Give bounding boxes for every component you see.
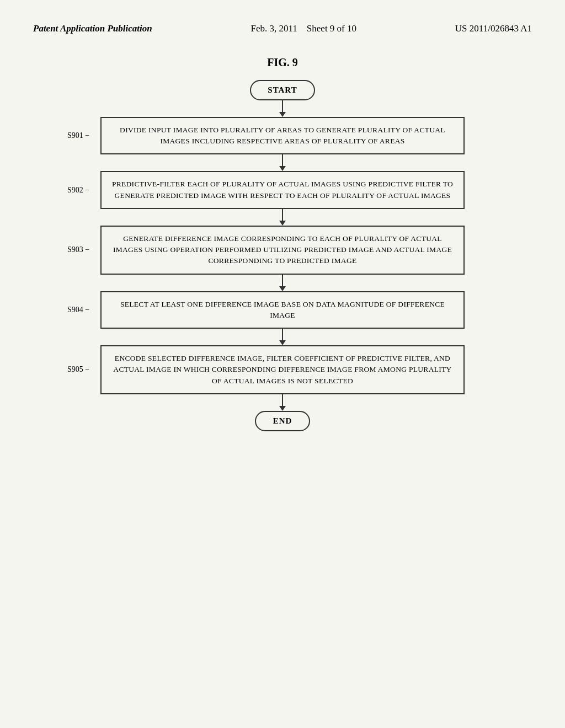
arrow-1 bbox=[279, 100, 286, 117]
start-terminal: START bbox=[250, 80, 315, 100]
arrow-3 bbox=[279, 209, 286, 226]
arrow-head bbox=[279, 286, 286, 291]
step-s904-id: S904 − bbox=[67, 306, 89, 314]
step-s903-container: S903 − GENERATE DIFFERENCE IMAGE CORRESP… bbox=[100, 226, 465, 275]
step-s901-process: DIVIDE INPUT IMAGE INTO PLURALITY OF ARE… bbox=[100, 117, 465, 155]
step-s905-id: S905 − bbox=[67, 365, 89, 374]
publication-label: Patent Application Publication bbox=[33, 22, 152, 35]
step-s902-process: PREDICTIVE-FILTER EACH OF PLURALITY OF A… bbox=[100, 171, 465, 209]
figure-title: FIG. 9 bbox=[33, 56, 532, 69]
arrow-head bbox=[279, 112, 286, 117]
step-s901-container: S901 − DIVIDE INPUT IMAGE INTO PLURALITY… bbox=[100, 117, 465, 155]
arrow-head bbox=[279, 166, 286, 171]
arrow-5 bbox=[279, 329, 286, 345]
step-s903-process: GENERATE DIFFERENCE IMAGE CORRESPONDING … bbox=[100, 226, 465, 275]
step-s901-id: S901 − bbox=[67, 131, 89, 140]
arrow-4 bbox=[279, 275, 286, 291]
arrow-line bbox=[282, 154, 283, 166]
step-s905-container: S905 − ENCODE SELECTED DIFFERENCE IMAGE,… bbox=[100, 345, 465, 394]
end-terminal: END bbox=[255, 411, 310, 431]
arrow-head bbox=[279, 221, 286, 226]
arrow-head bbox=[279, 340, 286, 345]
arrow-line bbox=[282, 329, 283, 340]
patent-number-label: US 2011/026843 A1 bbox=[455, 22, 532, 35]
step-s905-process: ENCODE SELECTED DIFFERENCE IMAGE, FILTER… bbox=[100, 345, 465, 394]
arrow-line bbox=[282, 275, 283, 286]
arrow-2 bbox=[279, 154, 286, 171]
sheet-label: Sheet 9 of 10 bbox=[307, 23, 356, 34]
page: Patent Application Publication Feb. 3, 2… bbox=[0, 0, 565, 728]
arrow-line bbox=[282, 394, 283, 406]
step-s902-container: S902 − PREDICTIVE-FILTER EACH OF PLURALI… bbox=[100, 171, 465, 209]
arrow-head bbox=[279, 406, 286, 411]
step-s904-container: S904 − SELECT AT LEAST ONE DIFFERENCE IM… bbox=[100, 291, 465, 329]
step-s904-process: SELECT AT LEAST ONE DIFFERENCE IMAGE BAS… bbox=[100, 291, 465, 329]
step-s903-id: S903 − bbox=[67, 245, 89, 254]
arrow-line bbox=[282, 209, 283, 221]
flowchart: START S901 − DIVIDE INPUT IMAGE INTO PLU… bbox=[100, 80, 465, 431]
step-s902-id: S902 − bbox=[67, 186, 89, 195]
arrow-6 bbox=[279, 394, 286, 411]
date-sheet-label: Feb. 3, 2011 Sheet 9 of 10 bbox=[250, 22, 356, 35]
arrow-line bbox=[282, 100, 283, 112]
header: Patent Application Publication Feb. 3, 2… bbox=[33, 22, 532, 40]
date-label: Feb. 3, 2011 bbox=[250, 23, 297, 34]
